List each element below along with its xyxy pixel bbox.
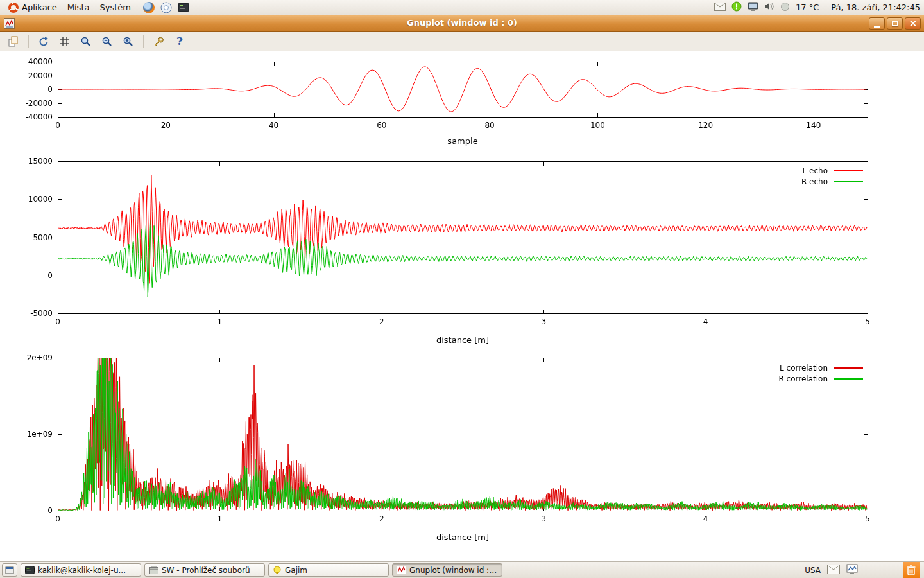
zoom-in-icon[interactable] [120,34,137,49]
legend-label: L echo [803,166,828,175]
legend-label: L correlation [780,363,828,372]
toolbar-separator [28,35,29,48]
display-icon[interactable] [748,2,758,13]
legend-entry: R echo [801,177,863,186]
task-button-label: Gajim [285,566,307,575]
legend-line-sample [834,181,863,182]
grid-icon[interactable] [56,34,73,49]
zoom-previous-icon[interactable] [78,34,94,49]
weather-icon[interactable] [780,2,790,13]
terminal-icon[interactable] [178,1,190,13]
echo-plot: L echoR echo distance [m] [0,153,924,349]
legend-line-sample [834,378,863,380]
window-title: Gnuplot (window id : 0) [0,18,924,28]
panel-system-tray: 17 °C Pá, 18. září, 21:42:45 [714,1,920,13]
maximize-button[interactable] [887,17,903,30]
panel-launchers [143,1,190,13]
trash-icon[interactable] [903,562,920,578]
file-manager-icon [149,566,158,574]
keyboard-layout-indicator[interactable]: USA [805,566,821,575]
replot-icon[interactable] [35,34,52,49]
gajim-icon [273,566,282,575]
gnuplot-icon [397,566,406,574]
correlation-plot: L correlationR correlation distance [m] [0,349,924,546]
echo-xlabel: distance [m] [58,335,868,345]
ubuntu-logo-icon [8,3,19,13]
legend-label: R correlation [778,374,828,383]
task-button-kaklik-kaklik-kolej-u[interactable]: kaklik@kaklik-kolej-u... [21,563,141,577]
window-list: kaklik@kaklik-kolej-u...SW - Prohlížeč s… [21,563,502,577]
gnuplot-toolbar: ? [0,32,924,51]
menu-system-label: Systém [99,3,130,12]
tray-separator [825,3,825,13]
menu-places[interactable]: Místa [63,1,94,13]
correlation-xlabel: distance [m] [58,532,868,542]
gnome-taskbar: kaklik@kaklik-kolej-u...SW - Prohlížeč s… [0,561,924,578]
mail-icon[interactable] [827,565,840,576]
task-button-label: Gnuplot (window id : 0) [409,566,498,575]
help-browser-icon[interactable] [160,1,173,13]
clock[interactable]: Pá, 18. září, 21:42:45 [831,3,920,12]
task-button-sw-prohl-e-soubor[interactable]: SW - Prohlížeč souborů [144,563,265,577]
minimize-button[interactable] [869,17,885,30]
menu-system[interactable]: Systém [95,1,135,13]
desktop-screen: Aplikace Místa Systém [0,0,924,578]
show-desktop-button[interactable] [2,563,17,577]
legend-entry: R correlation [778,374,863,383]
waveform-plot: sample [0,54,924,150]
echo-plot-canvas[interactable] [0,153,924,349]
task-button-label: kaklik@kaklik-kolej-u... [38,566,126,575]
correlation-plot-legend: L correlationR correlation [778,363,863,383]
gnuplot-canvas-area: sample L echoR echo distance [m] L corre… [0,51,924,561]
settings-icon[interactable] [150,34,167,49]
gnome-top-panel: Aplikace Místa Systém [0,0,924,15]
volume-icon[interactable] [764,2,774,13]
menu-applications[interactable]: Aplikace [4,1,62,14]
update-icon[interactable] [732,1,742,13]
taskbar-tray: USA [805,562,922,578]
task-button-label: SW - Prohlížeč souborů [162,566,250,575]
zoom-out-icon[interactable] [99,34,116,49]
legend-line-sample [834,367,863,369]
menu-applications-label: Aplikace [22,3,57,12]
task-button-gajim[interactable]: Gajim [268,563,389,577]
copy-icon[interactable] [5,34,22,49]
menu-places-label: Místa [67,3,90,12]
screenshot-icon[interactable] [846,564,858,576]
echo-plot-legend: L echoR echo [801,166,863,186]
toolbar-separator [143,35,144,48]
window-controls [869,17,921,30]
help-icon[interactable]: ? [171,34,188,49]
firefox-icon[interactable] [143,1,155,13]
legend-entry: L correlation [780,363,863,372]
legend-label: R echo [801,177,828,186]
mail-icon[interactable] [714,3,726,13]
close-button[interactable] [905,17,921,30]
waveform-xlabel: sample [58,136,868,146]
temperature-readout[interactable]: 17 °C [796,3,819,12]
window-titlebar[interactable]: Gnuplot (window id : 0) [0,15,924,32]
task-button-gnuplot-window-id-0[interactable]: Gnuplot (window id : 0) [392,563,502,577]
legend-entry: L echo [803,166,863,175]
legend-line-sample [834,170,863,171]
terminal-icon [25,566,35,574]
